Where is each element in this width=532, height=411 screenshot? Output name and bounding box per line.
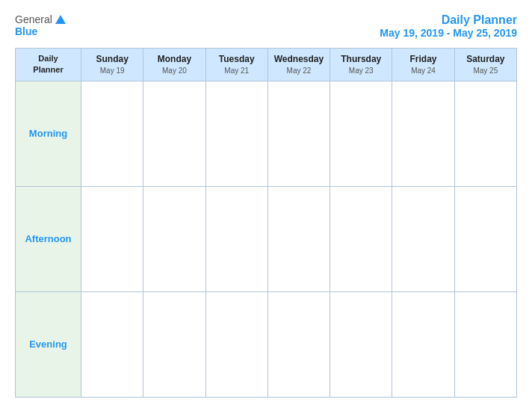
day-date-thursday: May 23: [333, 66, 389, 76]
logo-area: General Blue: [15, 13, 66, 37]
day-date-sunday: May 19: [84, 66, 140, 76]
day-name-sunday: Sunday: [84, 53, 140, 66]
col-label-line1: Daily: [38, 54, 58, 63]
cell-afternoon-saturday[interactable]: [454, 186, 516, 291]
cell-afternoon-monday[interactable]: [143, 186, 205, 291]
column-header-monday: Monday May 20: [143, 49, 205, 81]
cell-evening-thursday[interactable]: [330, 291, 392, 397]
cell-morning-tuesday[interactable]: [205, 81, 267, 186]
cell-evening-wednesday[interactable]: [267, 291, 330, 397]
day-name-tuesday: Tuesday: [209, 53, 265, 66]
day-name-wednesday: Wednesday: [271, 53, 327, 66]
day-date-tuesday: May 21: [209, 66, 265, 76]
cell-afternoon-friday[interactable]: [392, 186, 454, 291]
column-header-friday: Friday May 24: [392, 49, 454, 81]
cell-afternoon-sunday[interactable]: [81, 186, 143, 291]
cell-morning-sunday[interactable]: [81, 81, 143, 186]
day-name-saturday: Saturday: [458, 53, 513, 66]
cell-afternoon-wednesday[interactable]: [267, 186, 330, 291]
cell-evening-sunday[interactable]: [81, 291, 143, 397]
column-header-daily-planner: Daily Planner: [16, 49, 81, 81]
row-evening: Evening: [16, 291, 517, 397]
top-bar: General Blue Daily Planner May 19, 2019 …: [15, 13, 517, 39]
day-name-monday: Monday: [146, 53, 202, 66]
cell-evening-monday[interactable]: [143, 291, 205, 397]
cell-morning-wednesday[interactable]: [267, 81, 330, 186]
day-name-thursday: Thursday: [333, 53, 389, 66]
cell-morning-thursday[interactable]: [330, 81, 392, 186]
cell-morning-saturday[interactable]: [454, 81, 516, 186]
header-right: Daily Planner May 19, 2019 - May 25, 201…: [380, 13, 517, 39]
day-date-monday: May 20: [146, 66, 202, 76]
row-label-morning: Morning: [16, 81, 81, 186]
logo-triangle-icon: [55, 15, 66, 24]
logo-blue: Blue: [15, 25, 37, 37]
day-date-saturday: May 25: [458, 66, 513, 76]
col-label-line2: Planner: [33, 65, 63, 74]
day-name-friday: Friday: [395, 53, 451, 66]
day-date-friday: May 24: [395, 66, 451, 76]
date-range: May 19, 2019 - May 25, 2019: [380, 27, 517, 39]
header-row: Daily Planner Sunday May 19 Monday May 2…: [16, 49, 517, 81]
column-header-tuesday: Tuesday May 21: [205, 49, 267, 81]
row-label-evening: Evening: [16, 291, 81, 397]
cell-afternoon-thursday[interactable]: [330, 186, 392, 291]
logo-text: General: [15, 13, 66, 25]
cell-evening-saturday[interactable]: [454, 291, 516, 397]
row-label-afternoon: Afternoon: [16, 186, 81, 291]
cell-afternoon-tuesday[interactable]: [205, 186, 267, 291]
column-header-sunday: Sunday May 19: [81, 49, 143, 81]
page-title: Daily Planner: [380, 13, 517, 27]
column-header-wednesday: Wednesday May 22: [267, 49, 330, 81]
cell-morning-friday[interactable]: [392, 81, 454, 186]
column-header-saturday: Saturday May 25: [454, 49, 516, 81]
planner-table: Daily Planner Sunday May 19 Monday May 2…: [15, 48, 517, 398]
row-afternoon: Afternoon: [16, 186, 517, 291]
day-date-wednesday: May 22: [271, 66, 327, 76]
column-header-thursday: Thursday May 23: [330, 49, 392, 81]
logo-general: General: [15, 13, 52, 25]
cell-evening-friday[interactable]: [392, 291, 454, 397]
row-morning: Morning: [16, 81, 517, 186]
cell-morning-monday[interactable]: [143, 81, 205, 186]
cell-evening-tuesday[interactable]: [205, 291, 267, 397]
